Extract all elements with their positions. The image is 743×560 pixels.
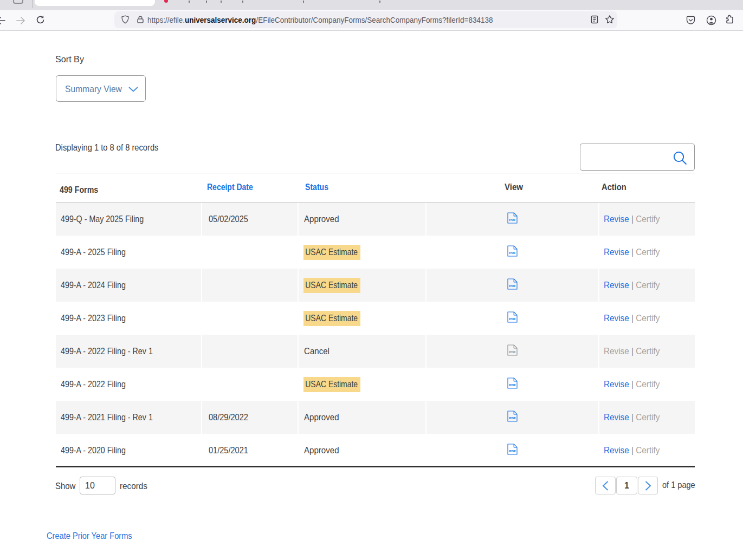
svg-text:PDF: PDF — [509, 382, 516, 386]
svg-text:PDF: PDF — [509, 415, 516, 419]
svg-text:PDF: PDF — [509, 448, 516, 452]
svg-text:PDF: PDF — [509, 217, 516, 221]
svg-text:PDF: PDF — [509, 283, 516, 287]
svg-text:PDF: PDF — [509, 349, 516, 353]
svg-text:PDF: PDF — [509, 250, 516, 254]
svg-text:PDF: PDF — [509, 316, 516, 320]
